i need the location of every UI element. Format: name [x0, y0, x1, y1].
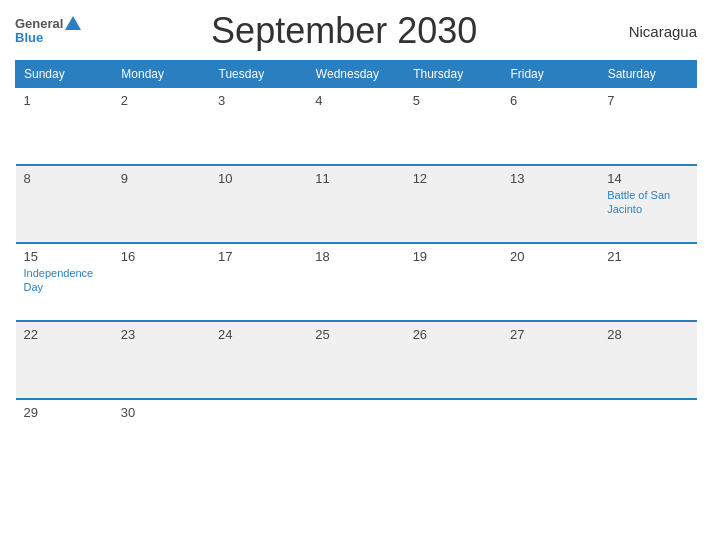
calendar-day-cell: 24	[210, 321, 307, 399]
day-number: 21	[607, 249, 688, 264]
calendar-day-cell: 11	[307, 165, 404, 243]
calendar-container: General Blue September 2030 Nicaragua Su…	[0, 0, 712, 550]
day-number: 22	[24, 327, 105, 342]
day-number: 6	[510, 93, 591, 108]
calendar-day-cell: 22	[16, 321, 113, 399]
col-friday: Friday	[502, 61, 599, 87]
day-number: 30	[121, 405, 202, 420]
day-number: 10	[218, 171, 299, 186]
calendar-day-cell: 10	[210, 165, 307, 243]
calendar-header: General Blue September 2030 Nicaragua	[15, 10, 697, 52]
calendar-day-cell: 7	[599, 87, 696, 165]
calendar-day-cell: 21	[599, 243, 696, 321]
weekday-header-row: Sunday Monday Tuesday Wednesday Thursday…	[16, 61, 697, 87]
calendar-day-cell: 5	[405, 87, 502, 165]
day-number: 26	[413, 327, 494, 342]
day-number: 15	[24, 249, 105, 264]
calendar-day-cell: 12	[405, 165, 502, 243]
logo-general-text: General	[15, 17, 63, 31]
calendar-day-cell	[210, 399, 307, 477]
logo: General Blue	[15, 16, 81, 45]
day-event: Independence Day	[24, 266, 105, 295]
calendar-day-cell: 2	[113, 87, 210, 165]
logo-blue-text: Blue	[15, 31, 81, 45]
day-number: 16	[121, 249, 202, 264]
calendar-day-cell: 28	[599, 321, 696, 399]
day-number: 9	[121, 171, 202, 186]
col-thursday: Thursday	[405, 61, 502, 87]
calendar-day-cell: 20	[502, 243, 599, 321]
calendar-day-cell	[599, 399, 696, 477]
calendar-week-row: 15Independence Day161718192021	[16, 243, 697, 321]
col-sunday: Sunday	[16, 61, 113, 87]
calendar-week-row: 22232425262728	[16, 321, 697, 399]
day-number: 25	[315, 327, 396, 342]
day-number: 17	[218, 249, 299, 264]
calendar-day-cell: 26	[405, 321, 502, 399]
logo-triangle-icon	[65, 16, 81, 30]
col-monday: Monday	[113, 61, 210, 87]
calendar-day-cell: 30	[113, 399, 210, 477]
calendar-day-cell: 25	[307, 321, 404, 399]
calendar-week-row: 2930	[16, 399, 697, 477]
day-number: 29	[24, 405, 105, 420]
calendar-day-cell: 4	[307, 87, 404, 165]
calendar-day-cell: 9	[113, 165, 210, 243]
day-event: Battle of San Jacinto	[607, 188, 688, 217]
col-tuesday: Tuesday	[210, 61, 307, 87]
calendar-day-cell: 18	[307, 243, 404, 321]
calendar-day-cell: 27	[502, 321, 599, 399]
calendar-day-cell: 1	[16, 87, 113, 165]
day-number: 1	[24, 93, 105, 108]
calendar-day-cell	[502, 399, 599, 477]
calendar-day-cell	[307, 399, 404, 477]
day-number: 19	[413, 249, 494, 264]
calendar-week-row: 1234567	[16, 87, 697, 165]
day-number: 27	[510, 327, 591, 342]
day-number: 23	[121, 327, 202, 342]
day-number: 8	[24, 171, 105, 186]
day-number: 14	[607, 171, 688, 186]
day-number: 11	[315, 171, 396, 186]
day-number: 4	[315, 93, 396, 108]
day-number: 3	[218, 93, 299, 108]
calendar-day-cell: 3	[210, 87, 307, 165]
calendar-day-cell: 19	[405, 243, 502, 321]
calendar-day-cell: 16	[113, 243, 210, 321]
col-wednesday: Wednesday	[307, 61, 404, 87]
calendar-day-cell	[405, 399, 502, 477]
calendar-day-cell: 6	[502, 87, 599, 165]
calendar-day-cell: 15Independence Day	[16, 243, 113, 321]
col-saturday: Saturday	[599, 61, 696, 87]
day-number: 5	[413, 93, 494, 108]
calendar-title: September 2030	[81, 10, 607, 52]
calendar-day-cell: 23	[113, 321, 210, 399]
calendar-week-row: 891011121314Battle of San Jacinto	[16, 165, 697, 243]
calendar-day-cell: 29	[16, 399, 113, 477]
calendar-day-cell: 14Battle of San Jacinto	[599, 165, 696, 243]
day-number: 20	[510, 249, 591, 264]
calendar-day-cell: 8	[16, 165, 113, 243]
calendar-day-cell: 17	[210, 243, 307, 321]
calendar-grid: Sunday Monday Tuesday Wednesday Thursday…	[15, 60, 697, 477]
day-number: 7	[607, 93, 688, 108]
day-number: 2	[121, 93, 202, 108]
day-number: 28	[607, 327, 688, 342]
country-label: Nicaragua	[607, 23, 697, 40]
day-number: 24	[218, 327, 299, 342]
day-number: 18	[315, 249, 396, 264]
day-number: 12	[413, 171, 494, 186]
calendar-day-cell: 13	[502, 165, 599, 243]
day-number: 13	[510, 171, 591, 186]
